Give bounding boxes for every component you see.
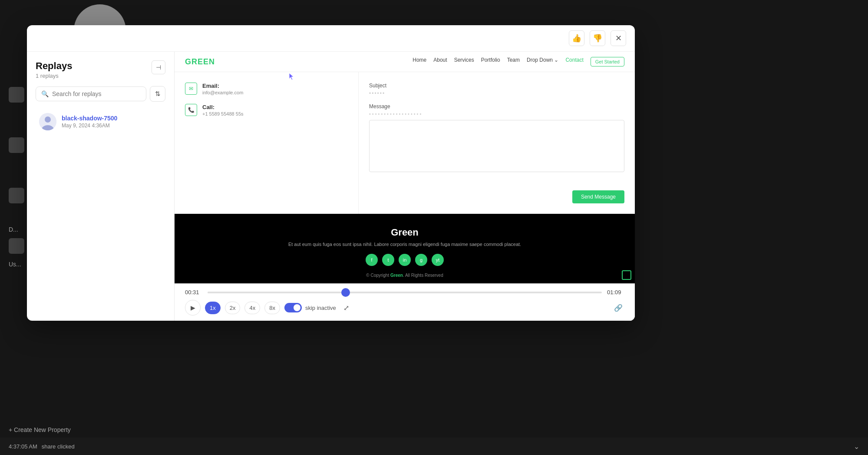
- timeline-track[interactable]: [208, 292, 602, 293]
- controls-row: ▶ 1x 2x 4x 8x skip inactive ⤢: [185, 300, 624, 316]
- sidebar-title: Replays: [36, 60, 72, 72]
- footer-icons: f t in g yt: [192, 254, 617, 266]
- expand-button[interactable]: ⤢: [340, 302, 353, 314]
- status-arrow: ⌄: [854, 442, 859, 451]
- nav-contact: Contact: [565, 57, 583, 66]
- speed-2x-button[interactable]: 2x: [225, 302, 241, 314]
- footer-icon-2: t: [382, 254, 394, 266]
- sidebar-bg-icon-2: [9, 137, 24, 153]
- replays-sidebar: Replays 1 replays ⊣ 🔍 ⇅: [27, 52, 175, 321]
- thumbs-down-button[interactable]: 👎: [590, 30, 605, 46]
- call-value: +1 5589 55488 55s: [202, 111, 244, 116]
- play-button[interactable]: ▶: [185, 300, 201, 316]
- subject-label: Subject: [369, 83, 624, 89]
- nav-about: About: [433, 57, 447, 66]
- search-input[interactable]: [52, 90, 141, 97]
- background-create-property: + Create New Property: [9, 426, 71, 433]
- link-button[interactable]: 🔗: [612, 302, 624, 314]
- background-downloads-text: D...: [9, 226, 18, 233]
- play-icon: ▶: [191, 304, 195, 311]
- nav-home: Home: [413, 57, 426, 66]
- close-icon: ✕: [615, 33, 622, 43]
- thumbs-up-icon: 👍: [572, 33, 581, 43]
- time-current: 00:31: [185, 289, 202, 296]
- skip-inactive-toggle[interactable]: [284, 303, 302, 312]
- nav-portfolio: Portfolio: [481, 57, 500, 66]
- speed-1x-button[interactable]: 1x: [205, 302, 221, 314]
- skip-inactive-label: skip inactive: [305, 305, 336, 311]
- sidebar-header: Replays 1 replays ⊣: [36, 60, 165, 79]
- preview-panel: GREEN Home About Services Portfolio Team…: [175, 52, 635, 321]
- site-preview-section: GREEN Home About Services Portfolio Team…: [175, 52, 635, 214]
- sidebar-title-group: Replays 1 replays: [36, 60, 72, 79]
- search-input-wrapper[interactable]: 🔍: [36, 86, 146, 101]
- replay-name: black-shadow-7500: [62, 115, 117, 122]
- site-contact-right: Subject •••••• Message •••••••••••••••••…: [359, 72, 635, 214]
- speed-8x-button[interactable]: 8x: [264, 302, 280, 314]
- filter-button[interactable]: ⇅: [150, 86, 165, 102]
- toggle-thumb: [294, 304, 300, 311]
- close-button[interactable]: ✕: [611, 30, 626, 46]
- sidebar-bg-icon-4: [9, 238, 24, 254]
- modal-header: 👍 👎 ✕: [27, 25, 635, 52]
- call-contact-info: Call: +1 5589 55488 55s: [202, 104, 244, 116]
- speed-4x-button[interactable]: 4x: [244, 302, 260, 314]
- playback-controls: 00:31 01:09 ▶ 1x 2x 4x 8x: [175, 283, 635, 321]
- call-contact-row: 📞 Call: +1 5589 55488 55s: [185, 104, 348, 116]
- expand-icon: ⤢: [343, 304, 349, 312]
- footer-copyright: © Copyright Green. All Rights Reserved: [192, 273, 617, 278]
- get-started-button[interactable]: Get Started: [591, 57, 624, 66]
- timeline-fill: [208, 292, 346, 293]
- email-value: info@example.com: [202, 90, 243, 95]
- replay-info: black-shadow-7500 May 9, 2024 4:36AM: [62, 115, 117, 129]
- call-label: Call:: [202, 104, 244, 110]
- email-contact-info: Email: info@example.com: [202, 83, 243, 95]
- thumbs-down-icon: 👎: [593, 33, 602, 43]
- footer-icon-3: in: [399, 254, 411, 266]
- sidebar-bg-icon-3: [9, 188, 24, 203]
- sidebar-bg-icon-1: [9, 87, 24, 103]
- nav-team: Team: [507, 57, 520, 66]
- message-textarea[interactable]: [369, 120, 624, 172]
- replay-item[interactable]: black-shadow-7500 May 9, 2024 4:36AM: [36, 109, 165, 135]
- email-icon-box: ✉: [185, 83, 197, 95]
- status-bar: 4:37:05 AM share clicked ⌄: [0, 438, 868, 455]
- thumbs-up-button[interactable]: 👍: [569, 30, 584, 46]
- email-contact-row: ✉ Email: info@example.com: [185, 83, 348, 95]
- timeline-row: 00:31 01:09: [185, 289, 624, 296]
- replay-date: May 9, 2024 4:36AM: [62, 123, 117, 129]
- timeline-thumb[interactable]: [341, 288, 350, 297]
- message-form-group: Message ••••••••••••••••••: [369, 103, 624, 172]
- site-contact-left: ✉ Email: info@example.com 📞 Ca: [175, 72, 359, 214]
- status-event: share clicked: [42, 443, 75, 450]
- send-message-button[interactable]: Send Message: [572, 190, 624, 203]
- sidebar-collapse-button[interactable]: ⊣: [152, 60, 165, 74]
- message-dots: ••••••••••••••••••: [369, 111, 624, 116]
- svg-point-1: [45, 116, 51, 123]
- subject-dots: ••••••: [369, 90, 624, 96]
- link-icon: 🔗: [614, 304, 623, 312]
- preview-content-area: GREEN Home About Services Portfolio Team…: [175, 52, 635, 283]
- footer-title: Green: [192, 227, 617, 238]
- time-total: 01:09: [607, 289, 624, 296]
- site-nav: GREEN Home About Services Portfolio Team…: [175, 52, 635, 72]
- filter-icon: ⇅: [155, 90, 161, 98]
- site-content: ✉ Email: info@example.com 📞 Ca: [175, 72, 635, 214]
- site-nav-links: Home About Services Portfolio Team Drop …: [413, 57, 624, 66]
- site-logo: GREEN: [185, 57, 215, 66]
- status-time: 4:37:05 AM: [9, 443, 37, 450]
- website-mock: GREEN Home About Services Portfolio Team…: [175, 52, 635, 214]
- footer-icon-5: yt: [432, 254, 444, 266]
- search-icon: 🔍: [41, 90, 49, 97]
- site-footer: Green Et aut eum quis fuga eos sunt ipsa…: [175, 214, 635, 283]
- bottom-preview-section: Green Et aut eum quis fuga eos sunt ipsa…: [175, 214, 635, 283]
- replays-modal: 👍 👎 ✕ Replays 1 replays ⊣: [27, 25, 635, 321]
- collapse-icon: ⊣: [156, 64, 161, 71]
- background-users-text: Us...: [9, 261, 21, 268]
- email-label: Email:: [202, 83, 243, 89]
- sidebar-count: 1 replays: [36, 73, 72, 79]
- nav-services: Services: [454, 57, 474, 66]
- skip-inactive-wrapper: skip inactive: [284, 303, 336, 312]
- footer-description: Et aut eum quis fuga eos sunt ipsa nihil…: [192, 242, 617, 247]
- replay-avatar: [39, 113, 56, 130]
